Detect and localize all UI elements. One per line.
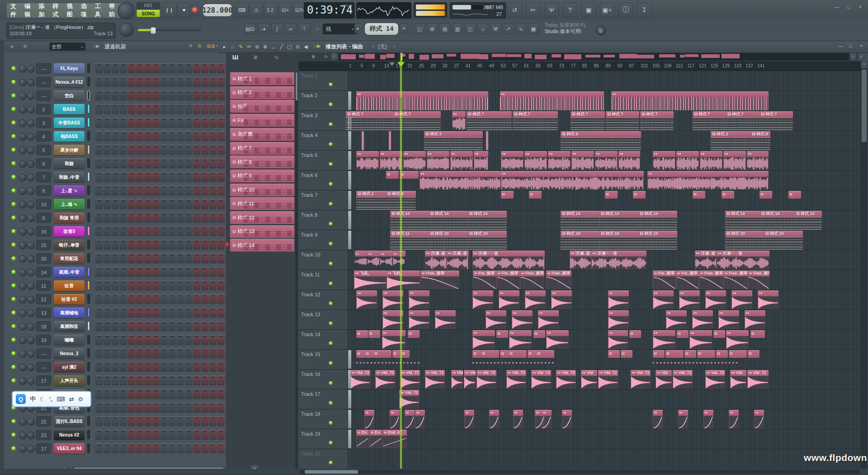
step-cell[interactable] (144, 430, 151, 439)
step-cell[interactable] (128, 443, 135, 453)
step-cell[interactable] (128, 158, 135, 168)
step-cell[interactable] (144, 104, 151, 114)
overview-right-button[interactable]: › (850, 53, 856, 61)
pattern-item-样式 13[interactable]: ⊟样式 13 (230, 225, 294, 238)
channel-button-人声开头[interactable]: 人声开头 (54, 375, 85, 386)
step-cell[interactable] (104, 375, 111, 385)
step-cell[interactable] (104, 158, 111, 168)
step-cell[interactable] (120, 389, 127, 399)
step-cell[interactable] (185, 348, 192, 358)
step-cell[interactable] (120, 430, 127, 439)
playlist-grid[interactable]: ⧻∿Ш+步进 ○滑动 ◉‹ (298, 52, 861, 469)
picker-audio-icon[interactable]: ⧻ (311, 53, 316, 60)
pattern-item-拍手[interactable]: ⊟拍手 (230, 100, 294, 113)
step-cell[interactable] (217, 90, 225, 100)
step-cell[interactable] (160, 335, 168, 344)
step-cell[interactable] (152, 118, 160, 127)
step-cell[interactable] (217, 416, 225, 426)
channel-pan-knob[interactable] (19, 187, 27, 195)
add-pattern-button[interactable]: + (400, 24, 408, 33)
step-cell[interactable] (193, 63, 200, 73)
step-cell[interactable] (160, 416, 168, 426)
channel-volume-knob[interactable] (27, 432, 35, 439)
step-cell[interactable] (104, 335, 111, 344)
channel-number[interactable]: 12 (36, 294, 51, 304)
step-cell[interactable] (120, 213, 127, 222)
snap-magnet-icon[interactable]: ∩ (229, 43, 236, 51)
step-cell[interactable] (112, 145, 119, 154)
step-cell[interactable] (201, 416, 208, 426)
step-cell[interactable] (177, 131, 184, 141)
step-cell[interactable] (185, 280, 192, 290)
channel-button-和旋[interactable]: 和旋 (54, 158, 85, 169)
step-cell[interactable] (185, 403, 192, 412)
info-icon[interactable]: ⓘ (618, 3, 633, 17)
step-cell[interactable] (104, 199, 111, 209)
timeline-up-button[interactable]: ⌃ (861, 62, 868, 69)
step-cell[interactable] (144, 416, 151, 426)
channel-button-Nexus #2[interactable]: Nexus #2 (54, 430, 85, 440)
step-cell[interactable] (128, 213, 135, 222)
step-cell[interactable] (177, 145, 184, 154)
step-cell[interactable] (169, 226, 176, 236)
play-arrow-icon[interactable]: ▸ (11, 43, 14, 49)
step-cell[interactable] (136, 321, 143, 331)
channel-pan-knob[interactable] (19, 337, 27, 344)
slider-handle[interactable] (151, 27, 156, 34)
step-cell[interactable] (120, 145, 127, 154)
step-cell[interactable] (160, 185, 168, 195)
step-cell[interactable] (209, 199, 217, 209)
tempo-display[interactable]: 128.000 (203, 4, 232, 17)
step-editor-icon[interactable]: ⊞ (427, 24, 438, 34)
step-cell[interactable] (209, 362, 217, 371)
step-cell[interactable] (104, 172, 111, 181)
step-cell[interactable] (136, 63, 143, 73)
step-cell[interactable] (120, 348, 127, 358)
slip-icon[interactable]: ↔ (269, 43, 277, 51)
tab-patterns[interactable]: Ш (232, 54, 238, 61)
zoom-icon[interactable]: ⊙ (294, 43, 302, 51)
channel-number[interactable]: 10 (36, 199, 51, 209)
channel-target-indicator[interactable] (87, 348, 90, 358)
channel-button-扯音 #2[interactable]: 扯音 #2 (54, 294, 85, 304)
marker-triangle-icon[interactable] (389, 62, 395, 66)
step-cell[interactable] (177, 118, 184, 127)
channel-pan-knob[interactable] (19, 418, 27, 426)
channel-target-indicator[interactable] (87, 90, 90, 100)
step-cell[interactable] (136, 403, 143, 412)
step-cell[interactable] (169, 172, 176, 181)
step-cell[interactable] (160, 77, 168, 86)
step-cell[interactable] (209, 403, 217, 412)
step-cell[interactable] (152, 348, 160, 358)
step-cell[interactable] (95, 294, 103, 304)
step-cell[interactable] (104, 308, 111, 317)
step-cell[interactable] (177, 321, 184, 331)
step-cell[interactable] (128, 403, 135, 412)
channel-button-上..度 ∿[interactable]: 上..度 ∿ (54, 185, 85, 196)
channel-mute-led[interactable] (12, 256, 15, 260)
maximize-button[interactable]: □ (844, 3, 854, 11)
channel-number[interactable]: 11 (36, 280, 51, 291)
step-cell[interactable] (209, 335, 217, 344)
pat-song-toggle[interactable]: PAT SONG (137, 2, 160, 18)
step-cell[interactable] (209, 77, 217, 86)
channel-number[interactable]: 2 (36, 104, 51, 114)
step-cell[interactable] (112, 118, 119, 127)
step-cell[interactable] (177, 213, 184, 222)
overview-left-button[interactable]: ‹ (331, 53, 337, 60)
step-cell[interactable] (160, 158, 168, 168)
step-cell[interactable] (128, 226, 135, 236)
channel-mute-led[interactable] (12, 338, 15, 342)
step-cell[interactable] (95, 335, 103, 344)
pattern-item-急促擦[interactable]: ⊟急促擦 (230, 128, 294, 141)
channel-pan-knob[interactable] (19, 79, 27, 86)
channel-button-高潮和弦[interactable]: 高潮和弦 (54, 321, 85, 332)
channel-mute-led[interactable] (12, 379, 15, 382)
channel-mute-led[interactable] (12, 352, 15, 355)
step-cell[interactable] (152, 294, 160, 304)
step-cell[interactable] (177, 430, 184, 439)
step-cell[interactable] (201, 253, 208, 263)
step-cell[interactable] (169, 63, 176, 73)
channel-number[interactable]: 6 (36, 158, 51, 169)
step-cell[interactable] (201, 226, 208, 236)
